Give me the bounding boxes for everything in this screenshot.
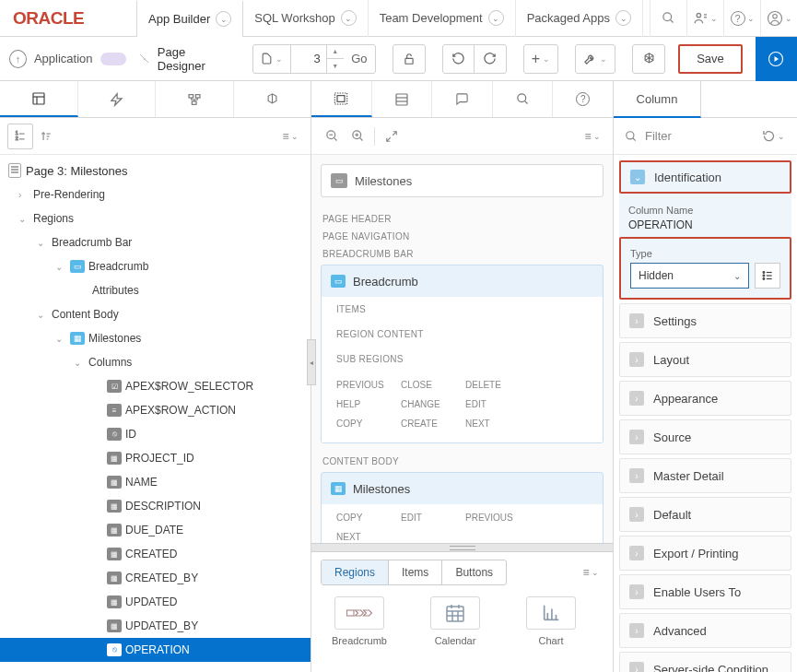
page-up-button[interactable]: ▲ xyxy=(327,45,344,59)
region-slot[interactable]: ITEMS xyxy=(322,297,603,322)
region-milestones[interactable]: ▦Milestones xyxy=(322,473,603,504)
slot-previous[interactable]: PREVIOUS xyxy=(336,375,401,395)
create-button[interactable]: +⌄ xyxy=(524,45,557,73)
tree-breadcrumb[interactable]: ⌄▭Breadcrumb xyxy=(0,254,311,278)
search-icon[interactable] xyxy=(650,0,686,37)
tree-attributes[interactable]: Attributes xyxy=(0,278,311,302)
menu-icon[interactable]: ≡⌄ xyxy=(277,124,303,149)
slot-edit[interactable]: EDIT xyxy=(401,508,465,527)
layout-tab[interactable] xyxy=(311,81,372,117)
tree-breadcrumb-bar[interactable]: ⌄Breadcrumb Bar xyxy=(0,230,311,254)
slot-edit[interactable]: EDIT xyxy=(465,395,530,414)
gallery-tab-regions[interactable]: Regions xyxy=(322,560,389,584)
gallery-chart[interactable]: Chart xyxy=(512,596,590,646)
prop-section-server-side[interactable]: ›Server-side Condition xyxy=(620,653,791,672)
page-finder-button[interactable]: ⌄ xyxy=(253,45,291,73)
slot-help[interactable]: HELP xyxy=(336,395,401,414)
tab-app-builder[interactable]: App Builder⌄ xyxy=(136,0,243,37)
redo-button[interactable] xyxy=(475,45,506,73)
tree-root[interactable]: Page 3: Milestones xyxy=(0,159,311,183)
messages-tab[interactable] xyxy=(432,81,493,117)
help-tab[interactable]: ? xyxy=(553,81,613,117)
slot-copy[interactable]: COPY xyxy=(336,414,401,433)
tree-columns[interactable]: ⌄Columns xyxy=(0,350,311,374)
region-search[interactable]: ▭Milestones xyxy=(321,164,604,197)
rendering-tab[interactable] xyxy=(0,81,78,117)
view-sort-icon[interactable] xyxy=(33,124,59,149)
prop-section-source[interactable]: ›Source xyxy=(620,420,791,454)
shared-components-button[interactable] xyxy=(633,45,664,73)
tree-regions[interactable]: ⌄Regions xyxy=(0,206,311,230)
dynamic-actions-tab[interactable] xyxy=(78,81,157,117)
menu-icon[interactable]: ≡⌄ xyxy=(578,560,604,585)
tree-col[interactable]: ▦UPDATED_BY xyxy=(0,614,311,638)
zoom-in-icon[interactable] xyxy=(345,124,370,149)
slot-next[interactable]: NEXT xyxy=(336,527,401,543)
page-number-input[interactable] xyxy=(291,45,326,73)
up-arrow-icon[interactable]: ↑ xyxy=(9,50,27,68)
prop-section-enable-users[interactable]: ›Enable Users To xyxy=(620,575,791,608)
gallery-tab-items[interactable]: Items xyxy=(389,560,442,584)
go-to-group-icon[interactable]: ⌄ xyxy=(760,124,786,149)
tree-col[interactable]: ▦UPDATED xyxy=(0,590,311,614)
tree-col[interactable]: ▦NAME xyxy=(0,470,311,494)
admin-icon[interactable]: ⌄ xyxy=(686,0,723,37)
tree-milestones[interactable]: ⌄▦Milestones xyxy=(0,326,311,350)
tree-content-body[interactable]: ⌄Content Body xyxy=(0,302,311,326)
tree-col[interactable]: ☑APEX$ROW_SELECTOR xyxy=(0,374,311,398)
tree-col[interactable]: ▦CREATED_BY xyxy=(0,566,311,590)
tab-sql-workshop[interactable]: SQL Workshop⌄ xyxy=(243,0,368,37)
breadcrumb-app[interactable]: Application xyxy=(34,52,93,65)
prop-section-layout[interactable]: ›Layout xyxy=(620,343,791,376)
filter-input[interactable]: Filter xyxy=(625,129,672,143)
horizontal-splitter[interactable] xyxy=(311,543,613,552)
tree-col[interactable]: ≡APEX$ROW_ACTION xyxy=(0,398,311,422)
tab-team-dev[interactable]: Team Development⌄ xyxy=(369,0,516,37)
help-icon[interactable]: ?⌄ xyxy=(723,0,760,37)
prop-section-default[interactable]: ›Default xyxy=(620,498,791,531)
shared-tab[interactable] xyxy=(234,81,311,117)
tab-packaged-apps[interactable]: Packaged Apps⌄ xyxy=(516,0,643,37)
view-numbered-icon[interactable]: 12 xyxy=(7,124,33,149)
vertical-splitter[interactable]: ◂ xyxy=(307,339,316,385)
prop-section-identification[interactable]: ⌄Identification xyxy=(619,160,791,194)
lock-button[interactable] xyxy=(393,45,425,73)
slot-change[interactable]: CHANGE xyxy=(401,395,465,414)
type-options-button[interactable] xyxy=(755,263,780,289)
page-down-button[interactable]: ▼ xyxy=(327,59,344,73)
component-view-tab[interactable] xyxy=(372,81,433,117)
prop-section-export[interactable]: ›Export / Printing xyxy=(620,536,791,570)
gallery-tab-buttons[interactable]: Buttons xyxy=(442,560,506,584)
prop-section-settings[interactable]: ›Settings xyxy=(620,304,791,337)
processing-tab[interactable] xyxy=(156,81,234,117)
gallery-calendar[interactable]: Calendar xyxy=(416,596,494,646)
page-search-tab[interactable] xyxy=(493,81,554,117)
menu-icon[interactable]: ≡⌄ xyxy=(580,124,605,149)
slot-previous[interactable]: PREVIOUS xyxy=(465,508,530,527)
prop-section-appearance[interactable]: ›Appearance xyxy=(620,382,791,415)
slot-create[interactable]: CREATE xyxy=(401,414,465,433)
utilities-button[interactable]: ⌄ xyxy=(576,45,615,73)
tree-pre-rendering[interactable]: ›Pre-Rendering xyxy=(0,183,311,206)
undo-button[interactable] xyxy=(443,45,475,73)
prop-tab-column[interactable]: Column xyxy=(614,81,701,118)
slot-copy[interactable]: COPY xyxy=(336,508,401,527)
tree-col[interactable]: ▦CREATED xyxy=(0,542,311,566)
go-button[interactable]: Go xyxy=(344,45,375,73)
prop-section-master-detail[interactable]: ›Master Detail xyxy=(620,459,791,492)
region-breadcrumb[interactable]: ▭Breadcrumb xyxy=(322,265,603,297)
tree-col[interactable]: ▦DESCRIPTION xyxy=(0,494,311,518)
save-button[interactable]: Save xyxy=(678,44,743,74)
gallery-breadcrumb[interactable]: Breadcrumb xyxy=(321,596,398,646)
tree-col[interactable]: ▦DUE_DATE xyxy=(0,518,311,542)
type-select[interactable]: Hidden⌄ xyxy=(630,263,749,289)
tree-col[interactable]: ▦PROJECT_ID xyxy=(0,446,311,470)
tree-col[interactable]: ⦸ID xyxy=(0,422,311,446)
run-button[interactable] xyxy=(756,37,797,81)
tree-col-operation[interactable]: ⦸OPERATION xyxy=(0,638,311,662)
region-slot[interactable]: REGION CONTENT xyxy=(322,322,603,347)
region-slot[interactable]: SUB REGIONS xyxy=(322,347,603,371)
slot-delete[interactable]: DELETE xyxy=(465,375,530,395)
expand-icon[interactable] xyxy=(379,124,404,149)
user-icon[interactable]: ⌄ xyxy=(760,0,797,37)
